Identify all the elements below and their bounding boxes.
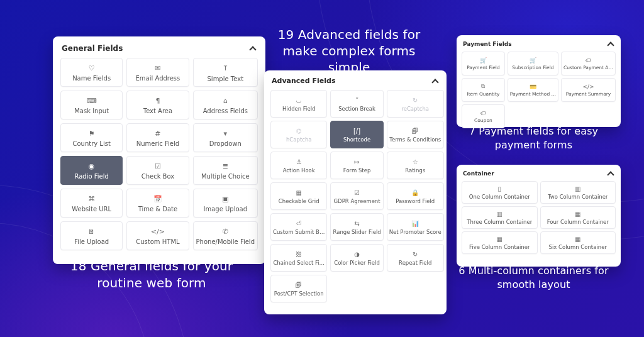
field-label: Checkable Grid (279, 198, 319, 204)
field-tile-star[interactable]: ☆Ratings (387, 152, 444, 179)
field-label: Five Column Container (469, 244, 530, 250)
field-tile-email[interactable]: ✉Email Address (126, 58, 189, 87)
field-tile-address[interactable]: ⌂Address Fields (193, 91, 258, 119)
field-label: Website URL (72, 206, 111, 213)
field-tile-mask[interactable]: ⌨Mask Input (60, 91, 123, 119)
chevron-up-icon (607, 170, 614, 177)
field-label: Multiple Choice (201, 173, 250, 180)
field-tile-section[interactable]: ⸋Section Break (330, 90, 383, 118)
field-tile-user[interactable]: ♡Name Fields (60, 58, 123, 87)
general-caption: 18 General fields for your routine web f… (53, 258, 250, 292)
field-tile-four-col[interactable]: ▦Four Column Container (540, 206, 616, 229)
field-tile-quantity[interactable]: ⧉Item Quantity (462, 78, 505, 102)
field-tile-dropdown[interactable]: ▾Dropdown (193, 123, 258, 152)
file-icon: 🗎 (88, 228, 95, 236)
field-tile-post[interactable]: 🗐Post/CPT Selection (270, 275, 327, 302)
chevron-up-icon (607, 40, 614, 48)
panel-header[interactable]: Payment Fields (463, 40, 614, 48)
field-tile-checkbox[interactable]: ☑Check Box (126, 156, 189, 185)
field-tile-shortcode[interactable]: [/]Shortcode (330, 121, 383, 148)
container-panel: Container ▯One Column Container▥Two Colu… (457, 165, 621, 267)
field-label: Custom Submit B… (273, 229, 325, 235)
field-tile-text[interactable]: ＴSimple Text (193, 58, 258, 87)
field-label: Two Column Container (548, 194, 608, 200)
field-tile-chain[interactable]: ⛓Chained Select Fi… (270, 244, 327, 272)
field-label: Item Quantity (467, 91, 499, 97)
field-tile-gdpr[interactable]: ☑GDPR Agreement (330, 182, 383, 210)
field-tile-method[interactable]: 💳Payment Method … (508, 78, 558, 102)
field-tile-terms[interactable]: 🗐Terms & Conditions (387, 121, 444, 148)
panel-title: General Fields (62, 44, 123, 53)
field-label: hCaptcha (286, 136, 312, 143)
container-grid: ▯One Column Container▥Two Column Contain… (462, 181, 616, 254)
field-tile-image[interactable]: ▣Image Upload (193, 189, 258, 218)
general-fields-panel: General Fields ♡Name Fields✉Email Addres… (53, 36, 265, 264)
hcaptcha-icon: ⌬ (296, 128, 302, 135)
recaptcha-icon: ↻ (413, 97, 418, 104)
field-label: Coupon (474, 118, 492, 123)
field-tile-hook[interactable]: ⚓Action Hook (270, 152, 327, 179)
star-icon: ☆ (413, 158, 418, 165)
field-tile-six-col[interactable]: ▦Six Column Container (540, 231, 616, 254)
field-tile-five-col[interactable]: ▦Five Column Container (462, 231, 538, 254)
post-icon: 🗐 (296, 282, 302, 289)
field-label: Ratings (405, 167, 425, 174)
checkbox-icon: ☑ (155, 162, 161, 170)
field-label: Radio Field (74, 173, 108, 180)
flag-icon: ⚑ (89, 130, 95, 138)
field-tile-custom-payment[interactable]: 🏷Custom Payment A… (561, 52, 616, 75)
payment-fields-grid: 🛒Payment Field🛒Subscription Field🏷Custom… (462, 52, 616, 128)
chevron-up-icon (431, 77, 439, 85)
payment-caption: 7 Payment fields for easy payment forms (457, 124, 611, 152)
field-label: Phone/Mobile Field (196, 238, 255, 245)
field-tile-step[interactable]: ↦Form Step (330, 152, 383, 179)
user-icon: ♡ (89, 64, 95, 72)
field-tile-three-col[interactable]: ▥Three Column Container (462, 206, 538, 229)
field-tile-number[interactable]: #Numeric Field (126, 123, 189, 152)
field-tile-file[interactable]: 🗎File Upload (60, 221, 123, 250)
field-tile-radio[interactable]: ◉Radio Field (60, 156, 123, 185)
payment-fields-panel: Payment Fields 🛒Payment Field🛒Subscripti… (457, 35, 621, 127)
field-tile-two-col[interactable]: ▥Two Column Container (540, 181, 616, 204)
field-tile-submit[interactable]: ⏎Custom Submit B… (270, 213, 327, 241)
field-label: Shortcode (343, 136, 370, 143)
container-caption: 6 Multi-column containers for smooth lay… (444, 264, 623, 291)
field-tile-repeat[interactable]: ↻Repeat Field (387, 244, 444, 272)
field-tile-slider[interactable]: ⇆Range Slider Field (330, 213, 383, 241)
field-tile-subscription[interactable]: 🛒Subscription Field (508, 52, 558, 75)
field-label: Color Picker Field (334, 260, 380, 266)
field-label: Terms & Conditions (389, 136, 441, 143)
field-tile-recaptcha[interactable]: ↻reCaptcha (387, 90, 444, 118)
two-col-icon: ▥ (575, 185, 580, 192)
repeat-icon: ↻ (413, 251, 418, 258)
field-tile-nps[interactable]: 📊Net Promoter Score (387, 213, 444, 241)
field-label: Custom Payment A… (564, 65, 613, 70)
field-tile-flag[interactable]: ⚑Country List (60, 123, 123, 152)
field-tile-link[interactable]: ⌘Website URL (60, 189, 123, 218)
field-tile-grid[interactable]: ▦Checkable Grid (270, 182, 327, 210)
panel-header[interactable]: Advanced Fields (272, 77, 439, 85)
field-tile-phone[interactable]: ✆Phone/Mobile Field (193, 221, 258, 250)
phone-icon: ✆ (223, 228, 228, 236)
panel-header[interactable]: General Fields (62, 44, 257, 53)
chain-icon: ⛓ (296, 251, 302, 258)
field-tile-html[interactable]: </>Custom HTML (126, 221, 189, 250)
panel-header[interactable]: Container (463, 170, 614, 177)
field-tile-summary[interactable]: </>Payment Summary (561, 78, 616, 102)
field-tile-payment[interactable]: 🛒Payment Field (462, 52, 505, 75)
field-label: Post/CPT Selection (274, 290, 324, 297)
grid-icon: ▦ (296, 189, 302, 196)
field-tile-calendar[interactable]: 📅Time & Date (126, 189, 189, 218)
payment-icon: 🛒 (480, 57, 487, 64)
field-label: Country List (72, 140, 110, 147)
field-tile-hcaptcha[interactable]: ⌬hCaptcha (270, 121, 327, 148)
field-tile-one-col[interactable]: ▯One Column Container (462, 181, 538, 204)
field-label: Payment Summary (566, 91, 611, 97)
field-tile-password[interactable]: 🔒Password Field (387, 182, 444, 210)
field-tile-color[interactable]: ◑Color Picker Field (330, 244, 383, 272)
field-tile-multiple-choice[interactable]: ≣Multiple Choice (193, 156, 258, 185)
field-label: Range Slider Field (333, 229, 380, 235)
field-label: Check Box (142, 173, 175, 180)
field-tile-hidden[interactable]: ◡Hidden Field (270, 90, 327, 118)
field-tile-textarea[interactable]: ¶Text Area (126, 91, 189, 119)
